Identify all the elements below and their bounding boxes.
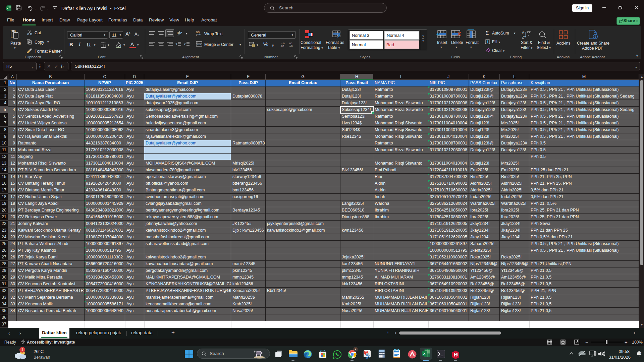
svg-text:x: x: [423, 351, 426, 355]
svg-text:.00: .00: [280, 45, 284, 47]
svg-text:z: z: [641, 351, 642, 353]
svg-text:A: A: [522, 31, 524, 35]
svg-text:x: x: [6, 7, 8, 10]
svg-text:c: c: [196, 34, 197, 36]
svg-text:Z: Z: [522, 35, 524, 39]
svg-text:→0: →0: [288, 45, 293, 47]
